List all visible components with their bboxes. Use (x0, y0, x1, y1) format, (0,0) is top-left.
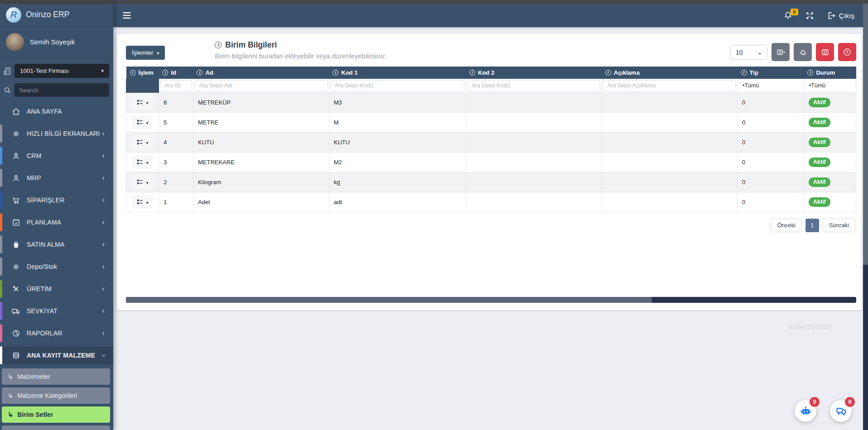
page-title: Birim Bilgileri (215, 40, 387, 50)
row-actions-button[interactable] (132, 115, 153, 129)
sidebar-subitem-malzemeler[interactable]: Malzemeler (2, 368, 110, 385)
pagination-page-1-button[interactable]: 1 (805, 219, 819, 232)
table-row: 1 Adet adt 0 Aktif (126, 192, 856, 212)
sidebar-item-ana-sayfa[interactable]: ANA SAYFA (0, 102, 113, 120)
help-button[interactable]: ? (838, 43, 856, 61)
chevron-left-icon (101, 175, 106, 181)
chevron-down-icon (757, 49, 762, 56)
eraser-icon (799, 48, 807, 57)
item-accent-bar (0, 346, 2, 364)
table-row: 2 Kilogram kg 0 Aktif (126, 172, 856, 192)
company-select[interactable]: 1001-Test Firması (14, 64, 109, 78)
subitem-arrow-icon (8, 392, 14, 400)
filter-kod2-input[interactable] (468, 80, 600, 91)
status-badge: Aktif (809, 197, 830, 207)
info-icon (605, 70, 611, 76)
filter-ad-input[interactable] (195, 80, 328, 91)
hamburger-menu-icon[interactable] (122, 11, 131, 19)
item-accent-bar (0, 235, 2, 253)
item-accent-bar (0, 258, 2, 276)
filter-kod1-input[interactable] (331, 80, 464, 91)
clear-filters-button[interactable] (794, 43, 812, 61)
page-size-select[interactable]: 10 (730, 45, 767, 60)
pagination-next-button[interactable]: Sonraki (823, 219, 855, 232)
license-code: ADAKS00002 (117, 323, 832, 330)
assistant-bot-button[interactable]: 0 (795, 400, 816, 422)
sidebar-item-uretim[interactable]: ÜRETİM (0, 280, 113, 298)
columns-icon (821, 48, 829, 57)
columns-red-button[interactable] (816, 43, 834, 61)
search-icon (2, 86, 12, 95)
window-scrollbar-thumb[interactable] (863, 4, 868, 265)
row-actions-button[interactable] (132, 135, 153, 149)
sidebar-subitem-birim-setler[interactable]: Birim Setler (2, 406, 110, 423)
status-badge: Aktif (809, 118, 830, 127)
info-icon (469, 70, 475, 76)
chat-button[interactable]: 0 (830, 400, 852, 422)
gear-icon (10, 263, 21, 271)
app-screen: R Oninzo ERP Semih Soyeşik 1001-Test Fir… (0, 0, 868, 430)
chevron-left-icon (101, 264, 106, 270)
chevron-left-icon (101, 220, 106, 225)
table-row: 3 METREKARE M2 0 Aktif (126, 152, 856, 172)
sidebar-item-depo-stok[interactable]: Depo/Stok (0, 258, 113, 276)
chevron-left-icon (101, 286, 106, 292)
sidebar-item-ana-kayit-malzeme[interactable]: ANA KAYIT MALZEME (0, 346, 113, 364)
info-icon (197, 70, 203, 76)
fullscreen-icon[interactable] (805, 11, 814, 20)
row-actions-button[interactable] (132, 155, 153, 169)
sidebar-item-satin-alma[interactable]: SATIN ALMA (0, 235, 113, 253)
home-icon (10, 107, 21, 116)
shopping-bag-icon (10, 240, 21, 249)
question-icon: ? (843, 48, 852, 57)
sidebar-item-raporlar[interactable]: RAPORLAR (0, 324, 113, 342)
filter-aciklama-input[interactable] (603, 80, 736, 91)
sidebar-item-sevkiyat[interactable]: SEVKİYAT (0, 302, 113, 320)
ana-kayit-submenu: Malzemeler Malzeme Kategorileri Birim Se… (0, 368, 113, 430)
sidebar-item-mrp[interactable]: MRP (0, 169, 113, 187)
person-icon (10, 174, 21, 182)
item-accent-bar (0, 147, 2, 165)
sidebar-item-hizli-bilgi[interactable]: HIZLI BİLGİ EKRANLARI (0, 124, 113, 143)
status-badge: Aktif (809, 158, 830, 167)
sidebar-item-planlama[interactable]: PLANLAMA (0, 213, 113, 231)
item-accent-bar (0, 191, 2, 209)
item-accent-bar (0, 169, 2, 187)
filter-id-input[interactable] (160, 80, 192, 91)
logout-icon (827, 11, 835, 20)
truck-icon (10, 306, 21, 315)
sidebar-item-crm[interactable]: CRM (0, 147, 113, 165)
window-scrollbar[interactable] (863, 4, 868, 430)
sidebar-subitem-malzeme-kategorileri[interactable]: Malzeme Kategorileri (2, 387, 110, 404)
birim-bilgileri-card: İşlemler Birim Bilgileri Birim bilgileri… (117, 34, 862, 310)
row-actions-button[interactable] (132, 175, 153, 189)
filter-tip-select[interactable]: •Tümü (739, 82, 802, 89)
filter-durum-select[interactable]: •Tümü (805, 82, 854, 89)
logout-button[interactable]: Çıkış (827, 11, 854, 20)
tasks-icon (136, 139, 144, 146)
pagination-prev-button[interactable]: Önceki (771, 219, 801, 232)
horizontal-scrollbar[interactable] (126, 297, 856, 303)
info-icon (215, 42, 222, 48)
sidebar-item-siparisler[interactable]: SİPARİŞLER (0, 191, 113, 209)
row-actions-button[interactable] (132, 96, 153, 109)
item-accent-bar (0, 124, 2, 143)
info-icon (162, 70, 168, 76)
item-accent-bar (0, 324, 2, 342)
search-input[interactable] (14, 83, 109, 97)
company-select-value: 1001-Test Firması (20, 67, 69, 74)
status-badge: Aktif (809, 177, 830, 187)
tasks-icon (136, 99, 144, 106)
chevron-left-icon (101, 153, 106, 159)
islemler-dropdown-button[interactable]: İşlemler (126, 46, 165, 60)
columns-dropdown-button[interactable] (772, 43, 790, 61)
page-subtitle: Birim bilgilerini buradan ekleyebilir ve… (215, 53, 387, 60)
row-actions-button[interactable] (132, 195, 153, 209)
caret-down-icon (157, 49, 159, 56)
horizontal-scrollbar-thumb[interactable] (126, 297, 652, 303)
brand-name: Oninzo ERP (26, 10, 69, 19)
sidebar-subitem-clipped[interactable] (2, 425, 110, 430)
user-name: Semih Soyeşik (30, 38, 75, 46)
caret-down-icon (146, 179, 148, 186)
notifications-button[interactable]: 0 (783, 11, 793, 20)
